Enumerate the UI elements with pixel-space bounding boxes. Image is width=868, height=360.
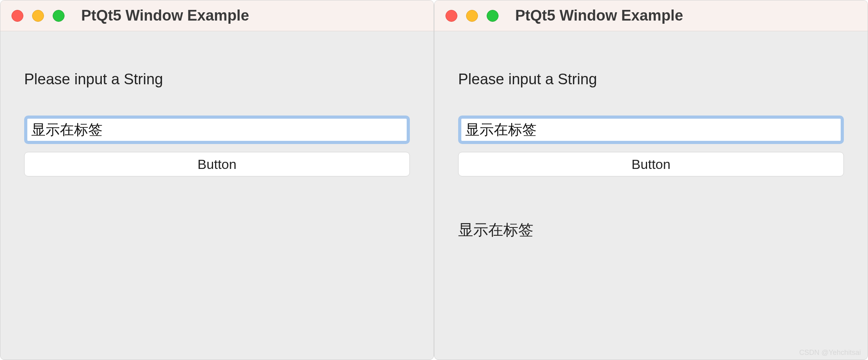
string-input[interactable] — [465, 121, 837, 138]
window-left: PtQt5 Window Example Please input a Stri… — [0, 0, 434, 360]
prompt-label: Please input a String — [24, 71, 410, 88]
close-icon[interactable] — [445, 10, 457, 22]
maximize-icon[interactable] — [487, 10, 499, 22]
minimize-icon[interactable] — [466, 10, 478, 22]
window-title: PtQt5 Window Example — [499, 7, 857, 24]
input-wrap — [458, 116, 844, 144]
traffic-lights — [11, 10, 65, 22]
content-area: Please input a String Button 显示在标签 — [434, 31, 868, 360]
window-right: PtQt5 Window Example Please input a Stri… — [434, 0, 868, 360]
watermark: CSDN @Yehchitsai — [799, 349, 861, 357]
traffic-lights — [445, 10, 499, 22]
titlebar[interactable]: PtQt5 Window Example — [0, 0, 434, 31]
titlebar[interactable]: PtQt5 Window Example — [434, 0, 868, 31]
content-area: Please input a String Button — [0, 31, 434, 360]
output-label: 显示在标签 — [458, 220, 844, 240]
string-input[interactable] — [31, 121, 403, 138]
window-title: PtQt5 Window Example — [65, 7, 423, 24]
submit-button[interactable]: Button — [458, 152, 844, 176]
minimize-icon[interactable] — [32, 10, 44, 22]
maximize-icon[interactable] — [53, 10, 65, 22]
submit-button[interactable]: Button — [24, 152, 410, 176]
close-icon[interactable] — [11, 10, 23, 22]
prompt-label: Please input a String — [458, 71, 844, 88]
input-wrap — [24, 116, 410, 144]
